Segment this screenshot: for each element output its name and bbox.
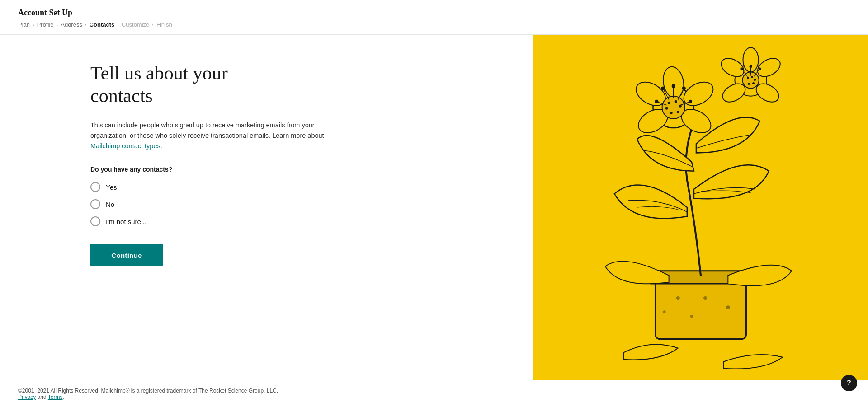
breadcrumb-customize[interactable]: Customize bbox=[122, 21, 149, 28]
description-text-after: . bbox=[160, 142, 162, 150]
breadcrumb-profile[interactable]: Profile bbox=[37, 21, 54, 28]
page-heading: Tell us about your contacts bbox=[90, 62, 262, 108]
breadcrumb-sep-3: › bbox=[85, 22, 87, 28]
site-title: Account Set Up bbox=[18, 8, 850, 18]
svg-point-15 bbox=[675, 100, 677, 103]
svg-point-27 bbox=[661, 87, 665, 90]
breadcrumb-sep-2: › bbox=[57, 22, 58, 28]
svg-point-13 bbox=[662, 96, 685, 119]
contact-types-link[interactable]: Mailchimp contact types bbox=[90, 142, 160, 150]
description: This can include people who signed up to… bbox=[90, 120, 326, 152]
footer: ©2001–2021 All Rights Reserved. Mailchim… bbox=[0, 380, 868, 402]
svg-point-17 bbox=[677, 111, 679, 113]
privacy-link[interactable]: Privacy bbox=[18, 394, 36, 400]
radio-option-no[interactable]: No bbox=[90, 199, 515, 209]
radio-label-yes: Yes bbox=[106, 183, 117, 191]
svg-point-46 bbox=[759, 67, 761, 70]
svg-point-47 bbox=[740, 67, 743, 70]
svg-point-14 bbox=[668, 102, 670, 104]
svg-point-41 bbox=[748, 83, 750, 85]
radio-option-yes[interactable]: Yes bbox=[90, 182, 515, 192]
svg-point-37 bbox=[747, 77, 749, 79]
footer-period: . bbox=[63, 394, 64, 400]
svg-point-19 bbox=[665, 107, 668, 110]
description-text-before: This can include people who signed up to… bbox=[90, 122, 324, 139]
radio-not-sure[interactable] bbox=[90, 216, 100, 226]
breadcrumb-address[interactable]: Address bbox=[61, 21, 82, 28]
content-area: Tell us about your contacts This can inc… bbox=[0, 35, 533, 380]
breadcrumb-sep-1: › bbox=[33, 22, 34, 28]
footer-and: and bbox=[36, 394, 47, 400]
terms-link[interactable]: Terms bbox=[48, 394, 63, 400]
svg-point-6 bbox=[690, 315, 693, 318]
svg-point-45 bbox=[750, 65, 752, 68]
help-button[interactable]: ? bbox=[841, 375, 857, 391]
breadcrumb-contacts[interactable]: Contacts bbox=[90, 21, 115, 28]
breadcrumb: Plan › Profile › Address › Contacts › Cu… bbox=[18, 21, 850, 28]
radio-yes[interactable] bbox=[90, 182, 100, 192]
svg-point-3 bbox=[703, 296, 707, 300]
svg-point-28 bbox=[689, 100, 692, 103]
plant-illustration bbox=[533, 35, 868, 380]
svg-rect-0 bbox=[655, 276, 746, 339]
breadcrumb-finish[interactable]: Finish bbox=[156, 21, 172, 28]
svg-point-4 bbox=[726, 305, 730, 309]
svg-point-18 bbox=[670, 112, 673, 114]
continue-button[interactable]: Continue bbox=[90, 244, 163, 266]
svg-point-25 bbox=[672, 84, 675, 88]
radio-label-no: No bbox=[106, 201, 114, 208]
copyright-text: ©2001–2021 All Rights Reserved. Mailchim… bbox=[18, 388, 278, 394]
radio-group: Yes No I'm not sure... bbox=[90, 182, 515, 226]
svg-point-39 bbox=[754, 79, 756, 81]
svg-point-29 bbox=[655, 100, 658, 103]
header: Account Set Up Plan › Profile › Address … bbox=[0, 0, 868, 35]
svg-point-2 bbox=[676, 296, 680, 300]
question-label: Do you have any contacts? bbox=[90, 166, 515, 173]
radio-label-not-sure: I'm not sure... bbox=[106, 218, 146, 225]
radio-no[interactable] bbox=[90, 199, 100, 209]
decorative-panel bbox=[533, 35, 868, 380]
breadcrumb-plan[interactable]: Plan bbox=[18, 21, 30, 28]
radio-option-not-sure[interactable]: I'm not sure... bbox=[90, 216, 515, 226]
svg-point-38 bbox=[751, 76, 753, 78]
svg-point-5 bbox=[663, 310, 666, 313]
svg-point-26 bbox=[682, 87, 686, 90]
breadcrumb-sep-5: › bbox=[152, 22, 154, 28]
svg-point-40 bbox=[752, 82, 755, 84]
breadcrumb-sep-4: › bbox=[117, 22, 119, 28]
